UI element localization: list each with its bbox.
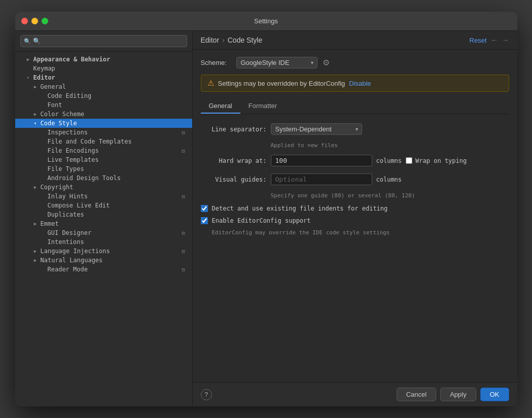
search-input[interactable] [20, 35, 187, 47]
window-title: Settings [254, 17, 278, 25]
badge-icon: ⊟ [180, 129, 187, 136]
sidebar-item-copyright[interactable]: ▶ Copyright [15, 183, 192, 192]
sidebar-item-label: Copyright [41, 184, 192, 191]
sidebar-item-android-design-tools[interactable]: Android Design Tools [15, 173, 192, 183]
header-nav: Reset ← → [470, 36, 509, 44]
detect-indents-checkbox[interactable] [201, 205, 208, 212]
sidebar-item-label: Code Editing [48, 92, 192, 99]
expand-icon: ▶ [32, 221, 39, 226]
badge-icon: ⊟ [180, 248, 187, 255]
sidebar-item-label: Inspections [48, 129, 180, 136]
sidebar-item-keymap[interactable]: Keymap [15, 64, 192, 73]
sidebar-item-inlay-hints[interactable]: Inlay Hints ⊟ [15, 192, 192, 201]
sidebar-item-emmet[interactable]: ▶ Emmet [15, 219, 192, 228]
scheme-label: Scheme: [201, 59, 231, 66]
sidebar-item-label: Live Templates [48, 156, 192, 163]
line-separator-row: Line separator: System-Dependent Unix (\… [201, 123, 509, 135]
line-sep-select-wrapper: System-Dependent Unix (\n) Windows (\r\n… [271, 123, 362, 135]
expand-icon: ▶ [32, 249, 39, 254]
breadcrumb-separator: › [222, 36, 225, 44]
sidebar-item-label: Language Injections [41, 248, 180, 255]
sidebar-item-appearance[interactable]: ▶ Appearance & Behavior [15, 55, 192, 64]
hard-wrap-input[interactable] [271, 155, 372, 166]
sidebar-item-code-style[interactable]: ▾ Code Style [15, 119, 192, 128]
editor-config-checkbox[interactable] [201, 217, 208, 224]
sidebar-item-inspections[interactable]: Inspections ⊟ [15, 128, 192, 137]
footer-buttons: Cancel Apply OK [397, 388, 509, 401]
collapse-icon: ▾ [25, 75, 31, 80]
wrap-on-typing-label: Wrap on typing [415, 157, 467, 164]
sidebar-item-file-types[interactable]: File Types [15, 164, 192, 173]
badge-icon: ⊟ [180, 147, 187, 154]
minimize-button[interactable] [31, 18, 38, 24]
sidebar-item-label: File Types [48, 165, 192, 172]
expand-icon: ▶ [32, 84, 39, 89]
sidebar-item-label: Editor [33, 74, 192, 81]
warning-icon: ⚠ [207, 79, 214, 88]
sidebar-item-label: File and Code Templates [48, 138, 192, 145]
sidebar-item-label: Natural Languages [41, 257, 192, 264]
line-separator-label: Line separator: [201, 126, 267, 133]
main-panel: Editor › Code Style Reset ← → Scheme: Go… [193, 31, 517, 406]
sidebar-item-label: File Encodings [48, 147, 180, 154]
sidebar-item-file-code-templates[interactable]: File and Code Templates [15, 137, 192, 146]
breadcrumb-current: Code Style [228, 36, 262, 44]
visual-guides-label: Visual guides: [201, 176, 267, 183]
wrap-on-typing-row: Wrap on typing [406, 157, 467, 164]
editor-config-note: EditorConfig may override the IDE code s… [212, 229, 509, 236]
tab-formatter[interactable]: Formatter [240, 99, 285, 114]
cancel-button[interactable]: Cancel [397, 388, 436, 401]
badge-icon: ⊟ [180, 266, 187, 273]
sidebar-item-font[interactable]: Font [15, 100, 192, 110]
scheme-select[interactable]: GoogleStyle IDE Default Project [236, 57, 317, 68]
line-separator-select[interactable]: System-Dependent Unix (\n) Windows (\r\n… [271, 123, 362, 135]
hard-wrap-label: Hard wrap at: [201, 157, 267, 164]
sidebar-tree: ▶ Appearance & Behavior Keymap ▾ Editor … [15, 52, 192, 406]
titlebar: Settings [15, 12, 517, 31]
sidebar-item-label: Intentions [48, 238, 192, 246]
wrap-on-typing-checkbox[interactable] [406, 157, 412, 164]
sidebar-item-general[interactable]: ▶ General [15, 82, 192, 91]
settings-window: Settings 🔍 ▶ Appearance & Behavior Keyma… [15, 12, 517, 406]
sidebar-item-label: Emmet [41, 220, 192, 227]
sidebar-item-label: General [41, 83, 192, 90]
panel-body: Scheme: GoogleStyle IDE Default Project … [193, 50, 517, 382]
sidebar-item-label: Color Scheme [41, 111, 192, 118]
sidebar-item-live-templates[interactable]: Live Templates [15, 155, 192, 164]
sidebar-item-file-encodings[interactable]: File Encodings ⊟ [15, 146, 192, 155]
sidebar-item-duplicates[interactable]: Duplicates [15, 210, 192, 219]
help-button[interactable]: ? [201, 389, 212, 400]
sidebar-item-reader-mode[interactable]: Reader Mode ⊟ [15, 265, 192, 274]
sidebar-item-gui-designer[interactable]: GUI Designer ⊟ [15, 228, 192, 237]
visual-guides-row: Visual guides: columns [201, 173, 509, 185]
search-area: 🔍 [15, 31, 192, 52]
apply-button[interactable]: Apply [440, 388, 476, 401]
sidebar-item-intentions[interactable]: Intentions [15, 237, 192, 247]
visual-guides-input[interactable] [271, 173, 372, 185]
breadcrumb: Editor › Code Style [201, 36, 263, 44]
sidebar-item-editor[interactable]: ▾ Editor [15, 73, 192, 82]
detect-indents-row: Detect and use existing file indents for… [201, 205, 509, 212]
expand-icon: ▶ [32, 258, 39, 263]
tab-general[interactable]: General [201, 99, 240, 114]
sidebar-item-compose-live-edit[interactable]: Compose Live Edit [15, 201, 192, 210]
close-button[interactable] [21, 18, 28, 24]
badge-icon: ⊟ [180, 193, 187, 200]
sidebar-item-color-scheme[interactable]: ▶ Color Scheme [15, 110, 192, 119]
search-icon: 🔍 [24, 38, 31, 45]
sidebar-item-language-injections[interactable]: ▶ Language Injections ⊟ [15, 247, 192, 256]
editor-config-row: Enable EditorConfig support [201, 217, 509, 224]
back-button[interactable]: ← [491, 36, 498, 44]
sidebar-item-label: Android Design Tools [48, 175, 192, 182]
forward-button[interactable]: → [502, 36, 509, 44]
sidebar-item-code-editing[interactable]: Code Editing [15, 91, 192, 100]
disable-link[interactable]: Disable [349, 80, 371, 87]
badge-icon: ⊟ [180, 229, 187, 236]
sidebar-item-natural-languages[interactable]: ▶ Natural Languages [15, 256, 192, 265]
reset-button[interactable]: Reset [470, 37, 487, 44]
ok-button[interactable]: OK [480, 388, 509, 401]
scheme-settings-button[interactable]: ⚙ [323, 58, 330, 67]
sidebar-item-label: Duplicates [48, 211, 192, 218]
maximize-button[interactable] [42, 18, 48, 24]
collapse-icon: ▾ [32, 121, 39, 126]
